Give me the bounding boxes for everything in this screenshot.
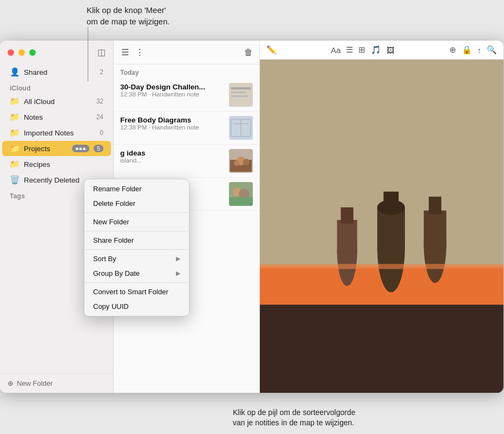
delete-icon[interactable]: 🗑 <box>244 48 253 57</box>
svg-rect-27 <box>429 197 441 214</box>
sidebar-item-recipes[interactable]: 📁 Recipes <box>2 157 111 172</box>
svg-rect-29 <box>337 220 357 255</box>
svg-point-12 <box>234 160 239 166</box>
projects-label: Projects <box>24 145 66 153</box>
note-info-0: 30-Day Design Challen... 12:38 PM · Hand… <box>120 83 225 98</box>
menu-item-rename-folder[interactable]: Rename Folder <box>84 182 189 196</box>
notes-label: Notes <box>24 113 92 121</box>
media-icon[interactable]: 🖼 <box>387 46 395 55</box>
note-info-2: g ideas island... <box>120 149 225 164</box>
notes-toolbar: ☰ ⋮ 🗑 <box>114 41 259 64</box>
note-editor: ✏️ Aa ☰ ⊞ 🎵 🖼 ⊕ 🔒 ↑ 🔍 <box>260 41 503 393</box>
all-icloud-label: All iCloud <box>24 98 92 106</box>
editor-content <box>260 60 503 393</box>
menu-item-convert-smart-folder[interactable]: Convert to Smart Folder <box>84 284 189 299</box>
today-header: Today <box>114 64 259 79</box>
note-thumb-3 <box>229 182 253 206</box>
close-button[interactable] <box>8 49 14 56</box>
svg-rect-3 <box>231 95 248 97</box>
sidebar-item-projects[interactable]: 📁 Projects ●●● 5 <box>2 141 111 156</box>
menu-label-convert: Convert to Smart Folder <box>93 288 168 296</box>
svg-rect-30 <box>341 208 354 224</box>
svg-rect-20 <box>260 305 503 393</box>
note-title-0: 30-Day Design Challen... <box>120 83 212 91</box>
text-format-icon[interactable]: Aa <box>331 46 341 55</box>
menu-separator-1 <box>84 212 189 213</box>
note-thumb-0 <box>229 83 253 107</box>
editor-toolbar: ✏️ Aa ☰ ⊞ 🎵 🖼 ⊕ 🔒 ↑ 🔍 <box>260 41 503 60</box>
svg-rect-1 <box>231 87 251 89</box>
more-button[interactable]: ●●● <box>72 145 89 152</box>
menu-label-uuid: Copy UUID <box>93 302 129 310</box>
note-thumb-1 <box>229 116 253 140</box>
annotation-top: Klik op de knop 'Meer' om de map te wijz… <box>87 4 169 27</box>
compose-icon[interactable]: ✏️ <box>266 45 277 55</box>
shared-label: Shared <box>24 68 95 76</box>
recipes-icon: 📁 <box>10 159 19 169</box>
menu-item-share-folder[interactable]: Share Folder <box>84 233 189 248</box>
plus-icon: ⊕ <box>8 379 14 387</box>
maximize-button[interactable] <box>29 49 36 56</box>
svg-point-11 <box>243 159 250 165</box>
imported-notes-count: 0 <box>100 129 103 137</box>
lock-icon[interactable]: 🔒 <box>462 45 472 55</box>
note-meta-2: island... <box>120 157 225 164</box>
all-icloud-count: 32 <box>96 98 103 105</box>
collaborate-icon[interactable]: ⊕ <box>449 45 456 55</box>
app-window: ◫ 👤 Shared 2 iCloud 📁 All iCloud 32 📁 No… <box>0 41 503 393</box>
share-icon[interactable]: ↑ <box>477 46 482 55</box>
menu-label-share: Share Folder <box>93 236 134 244</box>
menu-label-delete: Delete Folder <box>93 199 135 208</box>
all-icloud-icon: 📁 <box>10 96 19 106</box>
note-title-2: g ideas <box>120 149 212 157</box>
note-item-2[interactable]: g ideas island... <box>114 145 259 178</box>
list-view-icon[interactable]: ☰ <box>120 46 130 59</box>
sidebar-footer: ⊕ New Folder <box>0 373 113 393</box>
sort-arrow-icon: ▶ <box>176 255 180 262</box>
note-thumb-2 <box>229 149 253 173</box>
menu-label-new: New Folder <box>93 218 129 226</box>
grid-view-icon[interactable]: ⋮ <box>134 46 145 59</box>
projects-count: 5 <box>94 145 103 152</box>
note-item-1[interactable]: Free Body Diagrams 12:38 PM · Handwritte… <box>114 112 259 145</box>
sidebar-item-all-icloud[interactable]: 📁 All iCloud 32 <box>2 94 111 109</box>
annotation-line <box>88 27 88 81</box>
note-info-1: Free Body Diagrams 12:38 PM · Handwritte… <box>120 116 225 131</box>
imported-notes-label: Imported Notes <box>24 129 95 137</box>
menu-item-sort-by[interactable]: Sort By ▶ <box>84 251 189 266</box>
svg-rect-0 <box>229 83 253 107</box>
minimize-button[interactable] <box>18 49 25 56</box>
recipes-label: Recipes <box>24 160 103 169</box>
menu-label-rename: Rename Folder <box>93 185 142 193</box>
menu-item-delete-folder[interactable]: Delete Folder <box>84 196 189 211</box>
checklist-icon[interactable]: ☰ <box>346 45 353 55</box>
recently-deleted-icon: 🗑️ <box>10 175 19 185</box>
menu-item-new-folder[interactable]: New Folder <box>84 215 189 229</box>
menu-label-sort: Sort By <box>93 255 116 263</box>
notes-folder-icon: 📁 <box>10 112 19 122</box>
note-meta-0: 12:38 PM · Handwritten note <box>120 91 225 98</box>
table-icon[interactable]: ⊞ <box>358 45 365 55</box>
sidebar-item-notes[interactable]: 📁 Notes 24 <box>2 109 111 125</box>
new-folder-button[interactable]: ⊕ New Folder <box>8 379 106 387</box>
notes-count: 24 <box>96 113 103 121</box>
group-arrow-icon: ▶ <box>176 270 180 277</box>
annotation-bottom: Klik op de pijl om de sorteervolgorde va… <box>233 407 355 429</box>
menu-separator-2 <box>84 231 189 231</box>
sidebar-toggle-icon[interactable]: ◫ <box>97 47 106 57</box>
svg-rect-16 <box>229 197 253 206</box>
search-icon[interactable]: 🔍 <box>487 45 497 55</box>
shared-count: 2 <box>100 68 103 76</box>
sidebar-item-shared[interactable]: 👤 Shared 2 <box>2 64 111 80</box>
sidebar-item-imported-notes[interactable]: 📁 Imported Notes 0 <box>2 125 111 140</box>
icloud-section-header: iCloud <box>0 80 113 93</box>
menu-item-copy-uuid[interactable]: Copy UUID <box>84 299 189 314</box>
menu-item-group-by-date[interactable]: Group By Date ▶ <box>84 266 189 281</box>
imported-notes-icon: 📁 <box>10 128 19 138</box>
context-menu: Rename Folder Delete Folder New Folder S… <box>84 179 189 316</box>
audio-icon[interactable]: 🎵 <box>371 45 381 55</box>
title-bar: ◫ <box>0 41 113 64</box>
svg-rect-31 <box>260 264 503 269</box>
note-meta-1: 12:38 PM · Handwritten note <box>120 124 225 131</box>
note-item-0[interactable]: 30-Day Design Challen... 12:38 PM · Hand… <box>114 79 259 112</box>
